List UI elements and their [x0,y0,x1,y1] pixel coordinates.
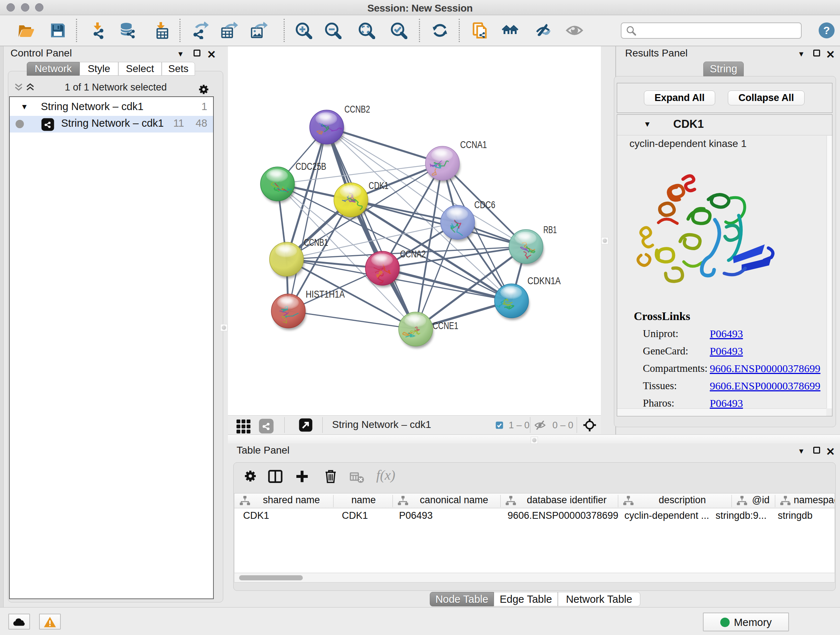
svg-text:CCNA2: CCNA2 [400,249,426,260]
svg-text:CCNE1: CCNE1 [433,320,458,331]
svg-text:CCNB1: CCNB1 [304,237,328,248]
svg-text:?: ? [823,24,830,36]
svg-text:CDC25B: CDC25B [295,161,326,172]
svg-text:CCNA1: CCNA1 [460,139,487,150]
svg-text:CCNB2: CCNB2 [344,104,370,115]
svg-text:HIST1H1A: HIST1H1A [306,289,345,300]
svg-text:CDC6: CDC6 [474,200,495,211]
svg-text:RB1: RB1 [543,225,557,235]
svg-text:CDKN1A: CDKN1A [527,276,561,287]
svg-text:CDK1: CDK1 [369,180,388,191]
